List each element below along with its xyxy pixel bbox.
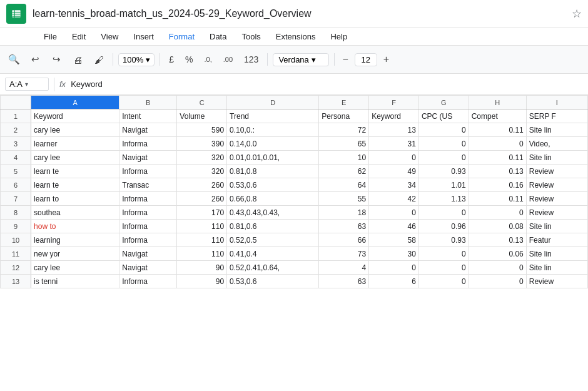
font-size-decrease-button[interactable]: − [340,54,350,65]
decimal-increase-button[interactable]: .00 [220,54,236,64]
col-header-H[interactable]: H [469,96,526,109]
col-header-B[interactable]: B [119,96,177,109]
cell-r7-c2[interactable]: Informa [119,192,177,206]
menu-tools[interactable]: Tools [235,29,266,44]
table-row[interactable]: 5learn teInforma3200.81,0.862490.930.13R… [1,165,588,178]
cell-r6-c3[interactable]: 260 [177,178,227,192]
cell-r10-c4[interactable]: 0.52,0.5 [227,233,319,247]
cell-r10-c9[interactable]: Featur [526,233,587,247]
cell-r2-c8[interactable]: 0.11 [469,123,526,137]
cell-r13-c8[interactable]: 0 [469,275,526,288]
cell-r5-c7[interactable]: 0.93 [418,165,469,178]
redo-button[interactable]: ↪ [48,51,65,68]
cell-r1-c8[interactable]: Compet [469,109,526,123]
cell-r12-c3[interactable]: 90 [177,261,227,275]
cell-r2-c5[interactable]: 72 [319,123,369,137]
zoom-control[interactable]: 100% ▾ [118,53,155,66]
cell-r13-c2[interactable]: Informa [119,275,177,288]
cell-r13-c1[interactable]: is tenni [31,275,119,288]
menu-view[interactable]: View [94,29,124,44]
menu-help[interactable]: Help [324,29,353,44]
cell-r3-c9[interactable]: Video, [526,137,587,151]
cell-r7-c5[interactable]: 55 [319,192,369,206]
cell-r11-c3[interactable]: 110 [177,247,227,261]
cell-r1-c6[interactable]: Keyword [369,109,419,123]
cell-r9-c7[interactable]: 0.96 [418,220,469,233]
cell-r6-c6[interactable]: 34 [369,178,419,192]
cell-r6-c1[interactable]: learn te [31,178,119,192]
cell-r13-c9[interactable]: Review [526,275,587,288]
cell-r10-c2[interactable]: Informa [119,233,177,247]
table-row[interactable]: 2cary leeNavigat5900.10,0.:721300.11Site… [1,123,588,137]
cell-r4-c4[interactable]: 0.01,0.01,0.01, [227,151,319,165]
cell-r11-c4[interactable]: 0.41,0.4 [227,247,319,261]
table-row[interactable]: 12cary leeNavigat900.52,0.41,0.64,4000Si… [1,261,588,275]
cell-r8-c1[interactable]: southea [31,206,119,220]
cell-r9-c8[interactable]: 0.08 [469,220,526,233]
cell-r2-c6[interactable]: 13 [369,123,419,137]
cell-r2-c4[interactable]: 0.10,0.: [227,123,319,137]
cell-r7-c1[interactable]: learn to [31,192,119,206]
cell-r4-c9[interactable]: Site lin [526,151,587,165]
cell-r12-c1[interactable]: cary lee [31,261,119,275]
font-size-input[interactable]: 12 [355,53,377,66]
cell-reference[interactable]: A:A ▾ [5,78,49,91]
table-row[interactable]: 1KeywordIntentVolumeTrendPersonaKeywordC… [1,109,588,123]
cell-r11-c6[interactable]: 30 [369,247,419,261]
table-row[interactable]: 7learn toInforma2600.66,0.855421.130.11R… [1,192,588,206]
cell-r2-c3[interactable]: 590 [177,123,227,137]
cell-r4-c3[interactable]: 320 [177,151,227,165]
cell-r4-c2[interactable]: Navigat [119,151,177,165]
cell-r12-c7[interactable]: 0 [418,261,469,275]
cell-r12-c9[interactable]: Site lin [526,261,587,275]
cell-r2-c9[interactable]: Site lin [526,123,587,137]
cell-r13-c7[interactable]: 0 [418,275,469,288]
menu-file[interactable]: File [38,29,63,44]
cell-r5-c3[interactable]: 320 [177,165,227,178]
table-row[interactable]: 10learningInforma1100.52,0.566580.930.13… [1,233,588,247]
cell-r13-c6[interactable]: 6 [369,275,419,288]
cell-r11-c2[interactable]: Navigat [119,247,177,261]
table-row[interactable]: 3learnerInforma3900.14,0.0653100Video, [1,137,588,151]
cell-r3-c6[interactable]: 31 [369,137,419,151]
cell-r1-c5[interactable]: Persona [319,109,369,123]
menu-insert[interactable]: Insert [127,29,160,44]
cell-r7-c8[interactable]: 0.11 [469,192,526,206]
cell-r3-c3[interactable]: 390 [177,137,227,151]
cell-r4-c8[interactable]: 0.11 [469,151,526,165]
paint-format-button[interactable]: 🖌 [90,51,108,68]
cell-r5-c2[interactable]: Informa [119,165,177,178]
cell-r11-c5[interactable]: 73 [319,247,369,261]
cell-r5-c8[interactable]: 0.13 [469,165,526,178]
col-header-F[interactable]: F [369,96,419,109]
cell-r2-c1[interactable]: cary lee [31,123,119,137]
cell-r7-c3[interactable]: 260 [177,192,227,206]
col-header-E[interactable]: E [319,96,369,109]
cell-r10-c3[interactable]: 110 [177,233,227,247]
menu-data[interactable]: Data [203,29,233,44]
cell-r13-c3[interactable]: 90 [177,275,227,288]
font-selector[interactable]: Verdana ▾ [273,53,329,66]
star-icon[interactable]: ☆ [572,7,582,21]
col-header-D[interactable]: D [227,96,319,109]
cell-r1-c2[interactable]: Intent [119,109,177,123]
col-header-C[interactable]: C [177,96,227,109]
cell-r12-c8[interactable]: 0 [469,261,526,275]
cell-r8-c9[interactable]: Review [526,206,587,220]
col-header-A[interactable]: A [31,96,119,109]
cell-r8-c8[interactable]: 0 [469,206,526,220]
cell-r3-c8[interactable]: 0 [469,137,526,151]
table-row[interactable]: 4cary leeNavigat3200.01,0.01,0.01,10000.… [1,151,588,165]
cell-r9-c2[interactable]: Informa [119,220,177,233]
menu-extensions[interactable]: Extensions [270,29,322,44]
table-row[interactable]: 13is tenniInforma900.53,0.663600Review [1,275,588,288]
cell-r10-c1[interactable]: learning [31,233,119,247]
cell-r1-c7[interactable]: CPC (US [418,109,469,123]
cell-r4-c5[interactable]: 10 [319,151,369,165]
cell-r9-c6[interactable]: 46 [369,220,419,233]
cell-r4-c7[interactable]: 0 [418,151,469,165]
cell-r8-c6[interactable]: 0 [369,206,419,220]
cell-r13-c4[interactable]: 0.53,0.6 [227,275,319,288]
percent-button[interactable]: % [181,53,196,66]
cell-r5-c6[interactable]: 49 [369,165,419,178]
